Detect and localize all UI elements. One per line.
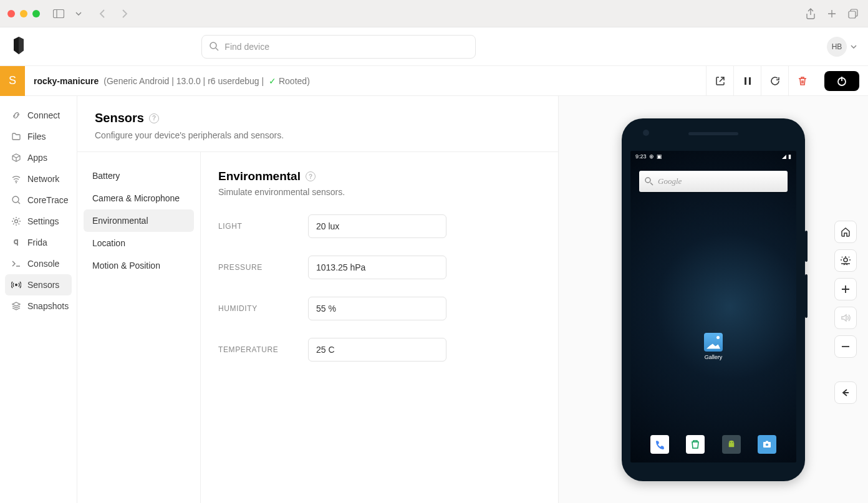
content: Sensors ? Configure your device's periph… <box>77 96 559 503</box>
phone-search-widget[interactable]: Google <box>639 171 788 192</box>
phone-side-button <box>805 231 808 262</box>
titlebar <box>0 0 868 27</box>
phone-camera <box>643 130 649 136</box>
close-window-button[interactable] <box>7 10 15 17</box>
sidebar-item-snapshots[interactable]: Snapshots <box>5 295 72 317</box>
forward-button[interactable] <box>117 6 132 21</box>
phone-status-icon: ⊕ <box>649 153 654 160</box>
chevron-down-icon[interactable] <box>71 6 86 21</box>
device-bar: S rocky-manicure (Generic Android | 13.0… <box>0 66 868 96</box>
refresh-button[interactable] <box>761 66 788 96</box>
sidebar-item-settings[interactable]: Settings <box>5 211 72 232</box>
android-app-icon[interactable] <box>722 435 741 454</box>
subnav-item-motion-position[interactable]: Motion & Position <box>84 254 194 277</box>
brightness-button[interactable] <box>834 249 857 272</box>
sidebar-item-label: Network <box>27 174 59 184</box>
back-button[interactable] <box>95 6 110 21</box>
sidebar-item-apps[interactable]: Apps <box>5 147 72 168</box>
battery-icon: ▮ <box>788 153 791 160</box>
pressure-input[interactable] <box>308 256 446 279</box>
page-subtitle: Configure your device's peripherals and … <box>95 130 541 140</box>
phone-time: 9:23 <box>635 153 647 160</box>
back-button[interactable] <box>834 381 857 404</box>
subnav-item-battery[interactable]: Battery <box>84 165 194 187</box>
sidebar-item-console[interactable]: Console <box>5 253 72 274</box>
field-label: LIGHT <box>218 222 308 231</box>
power-button[interactable] <box>824 71 859 91</box>
help-icon[interactable]: ? <box>306 171 316 181</box>
panel-subtitle: Simulate environmental sensors. <box>218 187 541 197</box>
field-label: PRESSURE <box>218 263 308 272</box>
light-input[interactable] <box>308 214 446 238</box>
svg-point-10 <box>12 196 19 203</box>
field-label: HUMIDITY <box>218 304 308 313</box>
sensors-icon <box>11 280 21 290</box>
home-button[interactable] <box>834 221 857 243</box>
field-label: TEMPERATURE <box>218 345 308 354</box>
sidebar-item-coretrace[interactable]: CoreTrace <box>5 189 72 211</box>
camera-app-icon[interactable] <box>758 435 776 454</box>
wifi-icon <box>11 174 21 184</box>
sidebar: Connect Files Apps Network CoreTrace Set… <box>0 96 77 503</box>
sidebar-item-label: Frida <box>27 237 47 247</box>
subnav-item-environmental[interactable]: Environmental <box>84 209 194 232</box>
phone-screen[interactable]: 9:23 ⊕ ▣ ◢ ▮ Google <box>630 151 796 462</box>
search-icon <box>644 176 654 186</box>
user-avatar[interactable]: HB <box>827 37 847 57</box>
field-row-humidity: HUMIDITY <box>218 297 541 320</box>
svg-point-14 <box>645 178 650 183</box>
share-icon[interactable] <box>803 6 818 21</box>
svg-point-13 <box>15 284 17 286</box>
sidebar-item-label: Settings <box>27 216 59 226</box>
svg-point-12 <box>15 220 18 223</box>
volume-up-button[interactable] <box>834 278 857 300</box>
device-os: Generic Android <box>107 76 169 86</box>
tabs-icon[interactable] <box>846 6 861 21</box>
sidebar-item-sensors[interactable]: Sensors <box>5 274 72 295</box>
terminal-icon <box>11 259 21 269</box>
help-icon[interactable]: ? <box>149 113 159 123</box>
pause-button[interactable] <box>733 66 761 96</box>
temperature-input[interactable] <box>308 338 446 362</box>
sidebar-item-label: Apps <box>27 153 47 163</box>
minimize-window-button[interactable] <box>20 10 27 17</box>
sidebar-item-network[interactable]: Network <box>5 168 72 189</box>
gallery-label: Gallery <box>704 354 723 360</box>
field-row-light: LIGHT <box>218 214 541 238</box>
delete-button[interactable] <box>788 66 816 96</box>
phone-frame: 9:23 ⊕ ▣ ◢ ▮ Google <box>622 118 805 481</box>
grid-icon <box>11 153 21 163</box>
svg-rect-5 <box>745 77 746 85</box>
volume-down-button[interactable] <box>834 335 857 358</box>
svg-point-17 <box>732 442 733 443</box>
open-external-button[interactable] <box>706 66 733 96</box>
sound-button[interactable] <box>834 307 857 329</box>
user-menu-chevron[interactable] <box>851 45 857 49</box>
device-build: r6 userdebug <box>208 76 259 86</box>
sidebar-item-label: Sensors <box>27 280 59 290</box>
device-name: rocky-manicure <box>34 76 99 86</box>
subnav-item-location[interactable]: Location <box>84 232 194 254</box>
svg-line-11 <box>18 202 20 204</box>
phone-speaker <box>688 132 738 135</box>
search-input[interactable] <box>201 35 476 59</box>
phone-app-icon[interactable] <box>650 435 669 454</box>
subnav-item-camera-microphone[interactable]: Camera & Microphone <box>84 187 194 209</box>
content-header: Sensors ? Configure your device's periph… <box>77 96 558 152</box>
sidebar-item-connect[interactable]: Connect <box>5 105 72 126</box>
sidebar-item-frida[interactable]: Frida <box>5 232 72 253</box>
svg-rect-20 <box>766 441 768 442</box>
preview-controls <box>834 221 857 404</box>
device-meta: (Generic Android | 13.0.0 | r6 userdebug… <box>104 76 310 86</box>
humidity-input[interactable] <box>308 297 446 320</box>
phone-app-gallery[interactable]: Gallery <box>704 333 723 360</box>
trash-app-icon[interactable] <box>686 435 705 454</box>
svg-point-9 <box>16 182 17 183</box>
field-row-pressure: PRESSURE <box>218 256 541 279</box>
svg-rect-2 <box>849 11 856 18</box>
maximize-window-button[interactable] <box>32 10 40 17</box>
sidebar-toggle-button[interactable] <box>51 6 66 21</box>
new-tab-icon[interactable] <box>824 6 839 21</box>
sidebar-item-files[interactable]: Files <box>5 126 72 147</box>
rooted-label: Rooted <box>279 76 307 86</box>
